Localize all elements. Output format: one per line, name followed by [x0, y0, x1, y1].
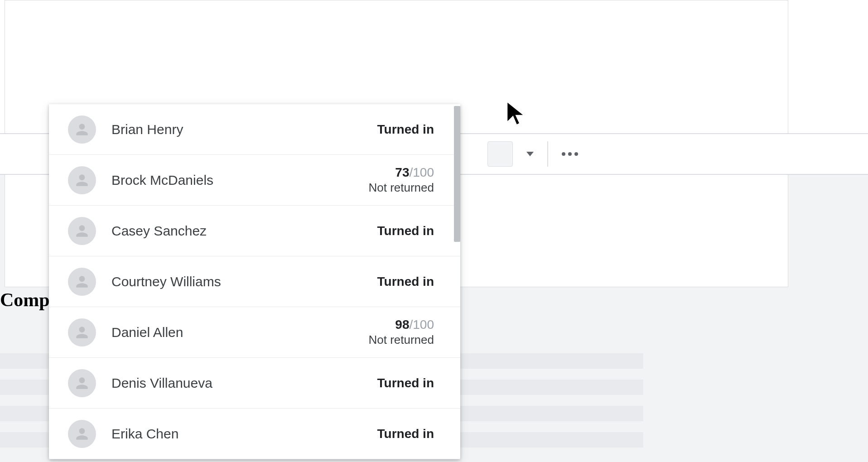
score-value: 73: [395, 165, 409, 179]
student-status-block: 98/100Not returned: [368, 318, 434, 347]
student-status-block: Turned in: [377, 224, 434, 238]
student-name: Brian Henry: [111, 122, 377, 137]
student-name: Erika Chen: [111, 426, 377, 442]
person-icon: [73, 121, 91, 138]
status-label: Turned in: [377, 274, 434, 289]
score-label: 73/100: [368, 165, 434, 180]
student-row[interactable]: Daniel Allen98/100Not returned: [49, 307, 460, 358]
status-label: Turned in: [377, 122, 434, 137]
student-row[interactable]: Erika ChenTurned in: [49, 409, 460, 459]
avatar: [68, 217, 96, 245]
student-status-block: Turned in: [377, 427, 434, 441]
avatar: [68, 166, 96, 194]
student-row[interactable]: Denis VillanuevaTurned in: [49, 358, 460, 409]
student-row[interactable]: Casey SanchezTurned in: [49, 206, 460, 256]
avatar: [68, 369, 96, 397]
avatar: [68, 116, 96, 144]
student-name: Casey Sanchez: [111, 223, 377, 239]
mouse-cursor-icon: [502, 99, 531, 128]
person-icon: [73, 273, 91, 290]
student-row[interactable]: Brock McDaniels73/100Not returned: [49, 155, 460, 206]
avatar: [68, 268, 96, 296]
status-label: Turned in: [377, 224, 434, 238]
student-name: Daniel Allen: [111, 325, 368, 340]
student-status-block: Turned in: [377, 376, 434, 390]
avatar: [68, 420, 96, 448]
chevron-down-icon[interactable]: [526, 152, 534, 156]
person-icon: [73, 172, 91, 189]
return-status-label: Not returned: [368, 181, 434, 195]
score-value: 98: [395, 318, 409, 332]
student-name: Courtney Williams: [111, 274, 377, 289]
student-status-block: Turned in: [377, 274, 434, 289]
person-icon: [73, 222, 91, 240]
avatar: [68, 318, 96, 346]
toolbar-more-button[interactable]: [562, 152, 578, 156]
toolbar-color-swatch[interactable]: [487, 141, 513, 167]
score-denominator: /100: [410, 318, 434, 332]
status-label: Turned in: [377, 376, 434, 390]
student-name: Denis Villanueva: [111, 375, 377, 391]
person-icon: [73, 425, 91, 443]
student-status-block: Turned in: [377, 122, 434, 137]
status-label: Turned in: [377, 427, 434, 441]
student-status-block: 73/100Not returned: [368, 165, 434, 195]
score-label: 98/100: [368, 318, 434, 332]
student-row[interactable]: Brian HenryTurned in: [49, 104, 460, 155]
scrollbar[interactable]: [454, 106, 460, 242]
score-denominator: /100: [410, 165, 434, 179]
person-icon: [73, 324, 91, 341]
student-dropdown: Brian HenryTurned inBrock McDaniels73/10…: [49, 104, 460, 459]
student-name: Brock McDaniels: [111, 173, 368, 188]
toolbar-separator: [547, 141, 548, 167]
student-row[interactable]: Courtney WilliamsTurned in: [49, 256, 460, 307]
person-icon: [73, 375, 91, 392]
return-status-label: Not returned: [368, 333, 434, 347]
